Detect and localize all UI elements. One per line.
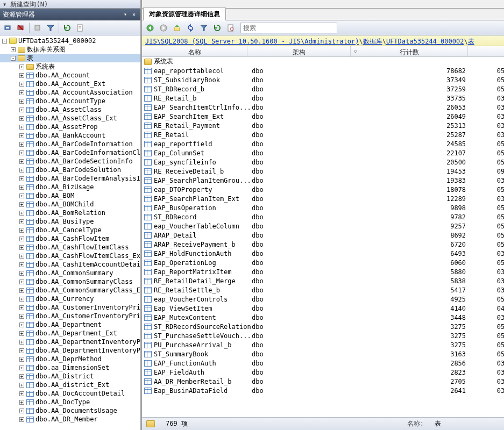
tree-node-table[interactable]: +dbo.AA_AssetClass [0,105,140,114]
tree-node-table[interactable]: +dbo.AA_BankAccount [0,131,140,140]
grid-row[interactable]: Eap_ViewSetItemdbo414004/01/2014 [142,304,504,313]
refresh-button[interactable] [61,22,73,34]
tree-node-table[interactable]: +dbo.AA_CustomerInventoryPri [0,312,140,320]
grid-row[interactable]: ST_SubsidiaryBookdbo3734905/25/2009 [142,75,504,84]
expander-icon[interactable]: + [19,64,24,69]
tree-node-table[interactable]: +dbo.AA_CashFlowItem [0,234,140,243]
filter-button[interactable] [198,22,210,34]
expander-icon[interactable]: + [19,194,24,198]
col-header-schema[interactable]: 架构 [247,46,351,56]
back-button[interactable] [144,22,156,34]
grid-row[interactable]: ST_RDRecord_bdbo3725905/25/2009 [142,84,504,94]
grid-row[interactable]: eap_DTOPropertydbo1807805/25/2009 [142,185,504,194]
col-header-name[interactable]: 名称 [142,46,247,56]
refresh-button[interactable] [211,22,223,34]
stop-button[interactable] [32,22,44,34]
grid-row[interactable]: RE_ReceiveDetail_bdbo1945309/30/2014 [142,167,504,176]
grid-row-system[interactable]: 系统表 [142,57,504,66]
expander-icon[interactable]: + [19,245,24,250]
tree-node-table[interactable]: +dbo.AA_DocumentsUsage [0,406,140,415]
grid-row[interactable]: RE_RetailSettle_bdbo541703/09/2013 [142,285,504,295]
grid-row[interactable]: EAP_SearchPlanItem_Extdbo1228903/09/2013 [142,194,504,203]
expander-icon[interactable]: + [19,340,24,345]
tree-node-table[interactable]: +dbo.AA_BarCodeSectionInfo [0,157,140,166]
grid-row[interactable]: ST_RDRecordSourceRelationdbo327505/25/20… [142,322,504,331]
expander-icon[interactable]: + [19,73,24,78]
grid-row[interactable]: Eap_BusinADataFielddbo264103/09/2013 [142,386,504,395]
expander-icon[interactable]: + [19,314,24,319]
path-db[interactable]: 数据库 [363,38,382,45]
grid-row[interactable]: RE_RetailDetail_Mergedbo583803/09/2013 [142,276,504,285]
expander-icon[interactable]: - [11,56,16,61]
tree-node-table[interactable]: +dbo.AA_DeprMethod [0,355,140,363]
expander-icon[interactable]: + [19,331,24,336]
tree-node-table[interactable]: +dbo.AA_DR_Member [0,415,140,424]
tree-node-systemtables[interactable]: +系统表 [0,62,140,71]
expander-icon[interactable]: + [19,150,24,155]
grid-row[interactable]: ST_RDRecorddbo978205/25/2009 [142,212,504,221]
tree-node-table[interactable]: +dbo.AA_Department [0,320,140,329]
expander-icon[interactable]: + [11,47,16,52]
search-button[interactable] [225,22,237,34]
tree-node-table[interactable]: +dbo.AA_district_Ext [0,381,140,389]
expander-icon[interactable]: + [19,297,24,302]
expander-icon[interactable]: + [19,202,24,207]
tree-node-table[interactable]: +dbo.AA_CommonSummaryClass_E [0,286,140,295]
col-header-rows[interactable]: ▽行计数 [351,46,468,56]
tree-node-tables[interactable]: -表 [0,54,140,62]
expander-icon[interactable]: + [19,374,24,379]
tree-node-table[interactable]: +dbo.AA_CommonSummaryClass [0,277,140,286]
expander-icon[interactable]: + [19,99,24,104]
expander-icon[interactable]: + [19,82,24,87]
grid-row[interactable]: Eap_OperationLogdbo606005/25/2009 [142,258,504,267]
grid-row[interactable]: eap_VoucherControlsdbo492505/25/2009 [142,295,504,304]
grid-row[interactable]: Eap_ReportMatrixItemdbo588003/09/2013 [142,267,504,276]
tab-details[interactable]: 对象资源管理器详细信息 [143,8,226,20]
expander-icon[interactable]: + [19,142,24,147]
dock-dropdown-icon[interactable]: ▾ [122,11,129,18]
tree-node-table[interactable]: +dbo.AA_CommonSummary [0,269,140,277]
expander-icon[interactable]: + [19,211,24,216]
expander-icon[interactable]: + [19,348,24,353]
tree-node-table[interactable]: +dbo.AA_DepartmentInventoryP [0,338,140,346]
tree-node-table[interactable]: +dbo.AA_CashFlowItemClass_Ex [0,252,140,260]
expander-icon[interactable]: + [19,305,24,310]
grid-row[interactable]: EAP_SearchItem_Extdbo2604903/09/2013 [142,112,504,121]
expander-icon[interactable]: + [19,108,24,112]
path-node[interactable]: 表 [468,38,474,45]
expander-icon[interactable]: + [19,254,24,259]
tree-node-table[interactable]: +dbo.AA_AssetProp [0,123,140,131]
tree-node-table[interactable]: +dbo.AA_DocAccountDetail [0,389,140,398]
tree-node-table[interactable]: +dbo.AA_DocType [0,398,140,406]
grid-row[interactable]: ARAP_Detaildbo869205/25/2009 [142,231,504,240]
expander-icon[interactable]: + [19,357,24,362]
expander-icon[interactable]: + [19,168,24,173]
filter-button[interactable] [45,22,56,34]
grid-row[interactable]: PU_PurchaseArrival_bdbo327505/25/2009 [142,340,504,349]
expander-icon[interactable]: + [19,219,24,224]
expander-icon[interactable]: + [19,185,24,190]
grid-row[interactable]: AA_DR_MemberRetail_bdbo270503/09/2013 [142,377,504,386]
tree-node-dbdiagram[interactable]: +数据库关系图 [0,45,140,54]
expander-icon[interactable]: + [19,383,24,388]
grid-row[interactable]: ARAP_ReceivePayment_bdbo672005/25/2009 [142,240,504,249]
grid-row[interactable]: EAP_SearchItemCtrlInfo...dbo2605303/09/2… [142,103,504,112]
tree-node-table[interactable]: +dbo.AA_BOM [0,191,140,200]
expander-icon[interactable]: + [19,116,24,121]
tree-node-table[interactable]: +dbo.AA_CustomerInventoryPri [0,303,140,312]
grid-row[interactable]: RE_Retail_bdbo3373503/09/2013 [142,94,504,103]
disconnect-button[interactable] [15,22,27,34]
tree-node-table[interactable]: +dbo.AA_AssetClass_Ext [0,114,140,123]
tree-node-table[interactable]: +dbo.AA_BizUsage [0,183,140,191]
grid-row[interactable]: Eap_syncfileinfodbo2050005/09/2013 [142,157,504,167]
grid-row[interactable]: RE_Retail_Paymentdbo2531303/09/2013 [142,121,504,130]
tree-node-table[interactable]: +dbo.AA_DepartmentInventoryP [0,346,140,355]
details-grid[interactable]: 名称 架构 ▽行计数 创建E 系统表eap_reporttablecoldbo7… [142,46,504,417]
expander-icon[interactable]: + [19,408,24,413]
grid-row[interactable]: Eap_ColumnSetdbo2210705/25/2009 [142,148,504,157]
grid-row[interactable]: EAP_SearchPlanItemGrou...dbo1938303/09/2… [142,176,504,185]
close-panel-icon[interactable]: ✕ [130,11,138,18]
connect-button[interactable] [2,22,14,34]
grid-row[interactable]: eap_VoucherTableColumndbo925705/25/2009 [142,221,504,231]
expander-icon[interactable]: + [19,391,24,396]
